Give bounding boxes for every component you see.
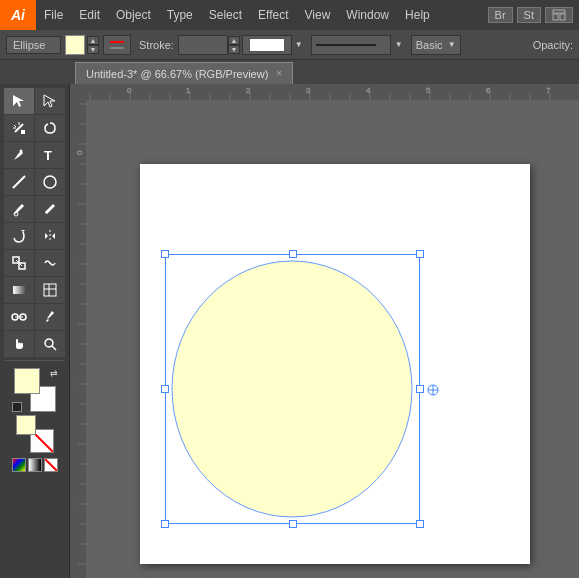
svg-text:T: T [44,148,52,163]
menu-bar: Ai File Edit Object Type Select Effect V… [0,0,579,30]
handle-middle-right[interactable] [416,385,424,393]
canvas-area: 0 1 2 3 4 [70,84,579,578]
line-thickness-arrow[interactable]: ▼ [395,40,403,49]
gradient-mode-button[interactable] [28,458,42,472]
stroke-down-arrow[interactable]: ▼ [228,45,240,54]
svg-marker-20 [52,233,55,239]
mirror-button[interactable] [35,223,65,249]
toolbar-separator [5,360,65,361]
menu-select[interactable]: Select [201,0,250,30]
shape-tool-button[interactable] [35,169,65,195]
stock-button[interactable]: St [517,7,541,23]
svg-rect-25 [44,284,56,296]
lasso-tool-button[interactable] [35,115,65,141]
stroke-style-icon[interactable] [103,35,131,55]
menu-window[interactable]: Window [338,0,397,30]
menu-right: Br St [488,7,579,23]
handle-top-left[interactable] [161,250,169,258]
selection-tools-row [4,88,65,114]
menu-object[interactable]: Object [108,0,159,30]
center-point-icon [425,382,441,398]
magic-wand-button[interactable] [4,115,34,141]
workspace-button[interactable] [545,7,573,23]
svg-text:5: 5 [426,86,431,95]
menu-effect[interactable]: Effect [250,0,296,30]
stroke-color-dropdown[interactable] [242,35,292,55]
handle-middle-left[interactable] [161,385,169,393]
stroke-label: Stroke: [139,39,174,51]
menu-edit[interactable]: Edit [71,0,108,30]
scale-button[interactable] [4,250,34,276]
hand-button[interactable] [4,331,34,357]
pencil-button[interactable] [35,196,65,222]
pen-tool-button[interactable] [4,142,34,168]
svg-text:4: 4 [366,86,371,95]
zoom-button[interactable] [35,331,65,357]
stroke-dropdown-arrow[interactable]: ▼ [295,40,303,49]
color-mode-button[interactable] [12,458,26,472]
selection-bounding-box [165,254,420,524]
svg-text:1: 1 [186,86,191,95]
document-tab[interactable]: Untitled-3* @ 66.67% (RGB/Preview) × [75,62,293,84]
tab-close-button[interactable]: × [276,68,282,79]
mesh-button[interactable] [35,277,65,303]
menu-type[interactable]: Type [159,0,201,30]
fill-up-arrow[interactable]: ▲ [87,36,99,45]
none-mode-button[interactable] [44,458,58,472]
stroke-value-box[interactable] [178,35,228,55]
style-dropdown-arrow: ▼ [448,40,456,49]
brush-pencil-row [4,196,65,222]
svg-rect-0 [553,10,565,13]
selection-tool-button[interactable] [4,88,34,114]
eyedropper-button[interactable] [35,304,65,330]
tool-name: Ellipse [6,36,61,54]
color-swatches: ⇄ [12,368,58,412]
stroke-up-arrow[interactable]: ▲ [228,36,240,45]
pen-tools-row: T [4,142,65,168]
opacity-label: Opacity: [533,39,573,51]
blend-eyedrop-row [4,304,65,330]
rotate-mirror-row [4,223,65,249]
menu-file[interactable]: File [36,0,71,30]
line-shape-row [4,169,65,195]
handle-top-center[interactable] [289,250,297,258]
svg-marker-19 [45,233,48,239]
svg-rect-1 [553,14,558,20]
style-dropdown[interactable]: Basic ▼ [411,35,461,55]
default-colors-button[interactable] [12,402,22,412]
left-toolbar: T [0,84,70,578]
line-tool-button[interactable] [4,169,34,195]
foreground-color-swatch[interactable] [14,368,40,394]
svg-text:2: 2 [246,86,251,95]
fill-down-arrow[interactable]: ▼ [87,45,99,54]
tab-title: Untitled-3* @ 66.67% (RGB/Preview) [86,68,268,80]
handle-bottom-left[interactable] [161,520,169,528]
handle-bottom-center[interactable] [289,520,297,528]
handle-bottom-right[interactable] [416,520,424,528]
fill-indicator[interactable] [16,415,36,435]
scale-warp-row [4,250,65,276]
line-thickness-box[interactable] [311,35,391,55]
blend-button[interactable] [4,304,34,330]
direct-selection-tool-button[interactable] [35,88,65,114]
main-area: T [0,84,579,578]
type-tool-button[interactable]: T [35,142,65,168]
menu-help[interactable]: Help [397,0,438,30]
swap-colors-button[interactable]: ⇄ [50,368,58,378]
menu-view[interactable]: View [297,0,339,30]
handle-top-right[interactable] [416,250,424,258]
svg-rect-11 [21,130,25,134]
ruler-vertical: 0 [70,84,86,578]
svg-text:0: 0 [75,150,84,155]
ruler-horizontal: 0 1 2 3 4 [70,84,579,100]
ellipse-shape-container[interactable] [165,254,420,524]
fill-color-box[interactable] [65,35,85,55]
gradient-button[interactable] [4,277,34,303]
svg-text:6: 6 [486,86,491,95]
options-bar: Ellipse ▲ ▼ Stroke: ▲ ▼ ▼ [0,30,579,60]
rotate-button[interactable] [4,223,34,249]
svg-marker-17 [21,230,25,232]
paintbrush-button[interactable] [4,196,34,222]
bridge-button[interactable]: Br [488,7,513,23]
warp-button[interactable] [35,250,65,276]
